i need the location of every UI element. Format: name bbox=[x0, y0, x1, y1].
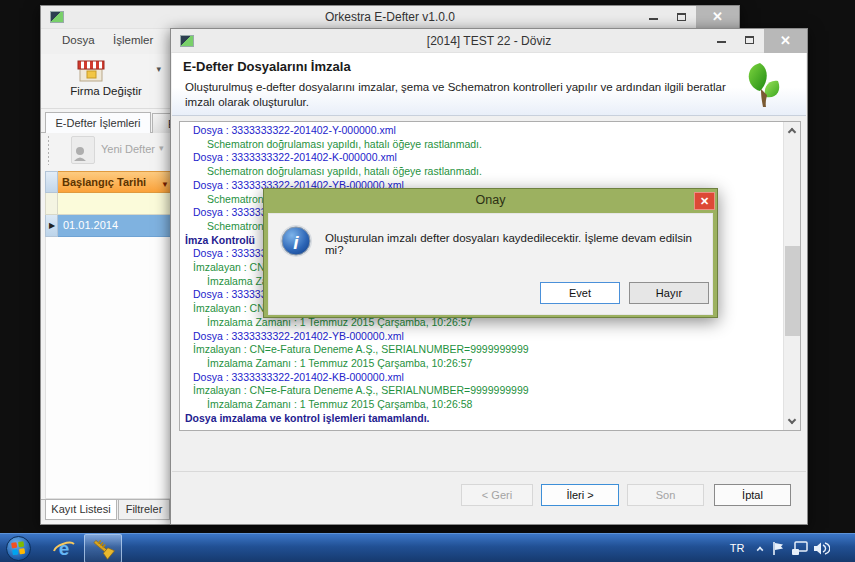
desktop: Orkestra E-Defter v1.0.0 ✕ Dosya İşlemle… bbox=[0, 0, 855, 562]
dialog-message: Oluşturulan imzalı defter dosyaları kayd… bbox=[325, 232, 704, 256]
log-line: Dosya : 3333333322-201402-K-000000.xml bbox=[185, 151, 783, 165]
separator bbox=[41, 108, 170, 109]
grid-column-header[interactable]: Başlangıç Tarihi ▼ bbox=[58, 171, 171, 193]
grid-indicator-header bbox=[45, 171, 58, 193]
filter-dropdown-icon[interactable]: ▼ bbox=[161, 180, 169, 189]
menu-item-islemler[interactable]: İşlemler bbox=[106, 29, 160, 46]
hidden-icons-chevron[interactable] bbox=[757, 547, 764, 554]
ileri-button[interactable]: İleri > bbox=[541, 484, 619, 506]
row-indicator-arrow: ▶ bbox=[45, 215, 58, 237]
taskbar: e TR bbox=[0, 533, 855, 562]
minimize-button[interactable] bbox=[641, 6, 665, 29]
log-line: İmzalama Zamanı : 1 Temmuz 2015 Çarşamba… bbox=[185, 398, 783, 412]
grid-indicator-cell bbox=[45, 193, 58, 215]
scroll-up-button[interactable] bbox=[784, 122, 801, 139]
info-icon: i bbox=[279, 224, 313, 258]
firma-degistir-label: Firma Değiştir bbox=[43, 85, 169, 97]
grid-empty-area bbox=[45, 237, 171, 499]
grid-filter-cell[interactable] bbox=[58, 193, 171, 215]
log-line: Dosya : 3333333322-201402-Y-000000.xml bbox=[185, 124, 783, 138]
store-icon bbox=[76, 59, 106, 83]
action-center-flag-icon[interactable] bbox=[771, 541, 785, 556]
main-window-title: Orkestra E-Defter v1.0.0 bbox=[41, 10, 739, 24]
internet-explorer-icon[interactable]: e bbox=[46, 534, 82, 562]
maximize-button[interactable] bbox=[737, 29, 761, 53]
leaf-icon bbox=[734, 59, 792, 111]
separator bbox=[172, 471, 806, 472]
log-line: Dosya imzalama ve kontrol işlemleri tama… bbox=[185, 412, 783, 426]
log-line: Dosya : 3333333322-201402-YB-000000.xml bbox=[185, 330, 783, 344]
onay-dialog: Onay ✕ i Oluşturulan imzalı defter dosya… bbox=[263, 188, 718, 318]
log-line: Dosya : 3333333322-201402-KB-000000.xml bbox=[185, 371, 783, 385]
log-line: Schematron doğrulaması yapıldı, hatalı ö… bbox=[185, 165, 783, 179]
ledger-grid: Başlangıç Tarihi ▼ ▶ 01.01.2014 bbox=[45, 171, 171, 237]
defter-toolbar: Yeni Defter ▾ bbox=[41, 133, 170, 169]
maximize-button[interactable] bbox=[669, 6, 693, 29]
tab-filtreler[interactable]: Filtreler bbox=[118, 500, 170, 520]
dialog-title: Onay bbox=[264, 193, 717, 207]
dialog-close-button[interactable]: ✕ bbox=[694, 192, 715, 210]
scrollbar-thumb[interactable] bbox=[785, 246, 800, 336]
close-button[interactable]: ✕ bbox=[696, 6, 739, 29]
grid-row-selected[interactable]: ▶ 01.01.2014 bbox=[45, 215, 171, 237]
evet-button[interactable]: Evet bbox=[540, 282, 620, 304]
start-button[interactable] bbox=[6, 536, 31, 561]
log-line: İmzalama Zamanı : 1 Temmuz 2015 Çarşamba… bbox=[185, 357, 783, 371]
svg-text:i: i bbox=[293, 232, 299, 253]
geri-button: < Geri bbox=[461, 484, 533, 506]
chevron-down-icon: ▾ bbox=[156, 64, 161, 74]
page-description: Oluşturulmuş e-defter dosyalarını imzala… bbox=[185, 80, 741, 110]
firma-degistir-button[interactable]: ▾ Firma Değiştir bbox=[43, 56, 169, 104]
yeni-defter-label[interactable]: Yeni Defter bbox=[101, 143, 155, 155]
system-tray: TR bbox=[725, 534, 855, 562]
language-indicator[interactable]: TR bbox=[725, 542, 749, 554]
chevron-down-icon[interactable]: ▾ bbox=[159, 143, 164, 153]
log-line: Schematron doğrulaması yapıldı, hatalı ö… bbox=[185, 138, 783, 152]
wizard-header-panel: E-Defter Dosyalarını İmzala Oluşturulmuş… bbox=[172, 53, 806, 116]
son-button: Son bbox=[627, 484, 704, 506]
svg-text:e: e bbox=[59, 538, 70, 559]
page-title: E-Defter Dosyalarını İmzala bbox=[183, 59, 351, 74]
left-tabstrip: E-Defter İşlemleri E-Def bbox=[41, 111, 170, 133]
menu-item-dosya[interactable]: Dosya bbox=[55, 29, 102, 46]
tab-edefter-islemleri[interactable]: E-Defter İşlemleri bbox=[45, 112, 151, 133]
main-window-titlebar[interactable]: Orkestra E-Defter v1.0.0 ✕ bbox=[41, 6, 739, 29]
hayir-button[interactable]: Hayır bbox=[629, 282, 709, 304]
log-line: İmzalayan : CN=e-Fatura Deneme A.Ş., SER… bbox=[185, 343, 783, 357]
wizard-titlebar[interactable]: [2014] TEST 22 - Döviz ✕ bbox=[171, 29, 807, 53]
grid-header-row: Başlangıç Tarihi ▼ bbox=[45, 171, 171, 193]
iptal-button[interactable]: İptal bbox=[714, 484, 791, 506]
volume-icon[interactable] bbox=[813, 541, 830, 556]
new-ledger-person-icon bbox=[71, 136, 95, 164]
grid-cell-date[interactable]: 01.01.2014 bbox=[58, 215, 171, 237]
orkestra-trumpet-icon[interactable] bbox=[84, 534, 122, 562]
dialog-body: i Oluşturulan imzalı defter dosyaları ka… bbox=[268, 213, 713, 315]
bottom-tabstrip: Kayıt Listesi Filtreler bbox=[41, 499, 170, 521]
log-line: İmzalayan : CN=e-Fatura Deneme A.Ş., SER… bbox=[185, 384, 783, 398]
vertical-scrollbar[interactable] bbox=[783, 122, 800, 430]
grid-filter-row[interactable] bbox=[45, 193, 171, 215]
tab-kayit-listesi[interactable]: Kayıt Listesi bbox=[45, 500, 117, 520]
toolbar-grip-handle[interactable] bbox=[47, 135, 50, 165]
close-button[interactable]: ✕ bbox=[764, 29, 807, 53]
minimize-button[interactable] bbox=[709, 29, 733, 53]
left-panel: ▾ Firma Değiştir E-Defter İşlemleri E-De… bbox=[41, 54, 171, 524]
scroll-down-button[interactable] bbox=[784, 413, 801, 430]
network-icon[interactable] bbox=[791, 541, 808, 556]
